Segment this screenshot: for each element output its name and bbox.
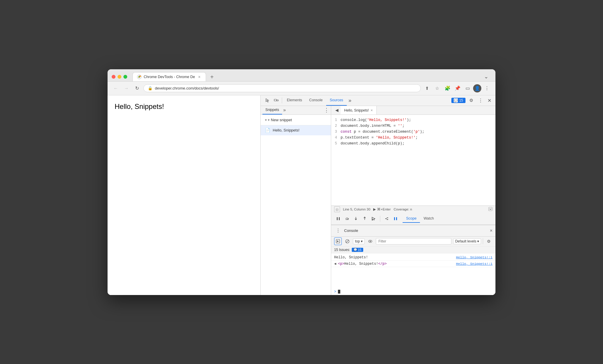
url-bar[interactable]: 🔒 developer.chrome.com/docs/devtools/: [143, 84, 421, 92]
pretty-print-button[interactable]: {}: [334, 206, 340, 212]
step-button[interactable]: [369, 215, 378, 223]
scope-tab[interactable]: Scope: [403, 215, 420, 223]
new-snippet-button[interactable]: + + New snippet: [261, 115, 331, 125]
settings-button[interactable]: ⚙: [467, 96, 475, 105]
coverage-dropdown-button[interactable]: [488, 207, 493, 212]
maximize-window-button[interactable]: [123, 75, 127, 79]
console-levels-selector[interactable]: Default levels ▾: [453, 238, 481, 244]
console-log-source-2[interactable]: Hello, Snippets!:1: [456, 262, 493, 266]
issues-badge[interactable]: 💬 15: [451, 98, 465, 103]
editor-tab-hello[interactable]: Hello, Snippets! ×: [341, 106, 377, 115]
line-code-2: document.body.innerHTML = '';: [341, 123, 405, 129]
console-settings-button[interactable]: ⚙: [485, 237, 493, 245]
svg-point-19: [370, 241, 371, 242]
code-line-4: 4 p.textContent = 'Hello, Snippets!';: [331, 135, 495, 141]
toolbar-separator: [483, 238, 483, 244]
run-snippet-button[interactable]: ▶ ⌘+Enter: [373, 207, 391, 211]
avatar-button[interactable]: 👤: [473, 84, 481, 92]
console-menu-button[interactable]: ⋮: [334, 227, 342, 235]
extensions-button[interactable]: 🧩: [443, 84, 452, 93]
console-close-button[interactable]: ×: [490, 228, 493, 233]
devtools-body: Snippets » ⋮ + + New snippet 📄 Hello, Sn…: [261, 106, 495, 295]
editor-back-button[interactable]: ◀: [333, 106, 341, 114]
console-log-source-1[interactable]: Hello, Snippets!:1: [456, 255, 493, 259]
browser-tab[interactable]: Chrome DevTools - Chrome De ×: [133, 72, 206, 81]
line-code-5: document.body.appendChild(p);: [341, 141, 405, 146]
editor-tab-close-button[interactable]: ×: [371, 108, 373, 112]
scope-watch-tabs: Scope Watch: [403, 215, 437, 223]
console-filter-input[interactable]: [376, 238, 451, 245]
back-button[interactable]: ←: [112, 84, 120, 92]
tab-close-button[interactable]: ×: [197, 75, 202, 79]
lock-icon: 🔒: [148, 86, 153, 90]
console-execute-button[interactable]: [334, 237, 342, 245]
tab-overflow-button[interactable]: ⌄: [481, 73, 491, 80]
snippet-item-hello[interactable]: 📄 Hello, Snippets!: [261, 125, 331, 135]
minimize-window-button[interactable]: [118, 75, 121, 79]
watch-tab[interactable]: Watch: [420, 215, 437, 223]
forward-button[interactable]: →: [122, 84, 130, 92]
coverage-label: Coverage: n: [394, 208, 412, 211]
snippets-panel: Snippets » ⋮ + + New snippet 📄 Hello, Sn…: [261, 106, 331, 295]
editor-status-bar: {} Line 5, Column 30 ▶ ⌘+Enter Coverage:…: [331, 205, 495, 213]
pause-icon: [336, 216, 341, 221]
console-area: ⋮ Console ×: [331, 225, 495, 295]
issues-badge-count: 15: [358, 248, 361, 252]
issues-count: 15: [459, 98, 463, 102]
sidebar-button[interactable]: ▭: [463, 84, 472, 93]
tab-console[interactable]: Console: [306, 95, 326, 106]
pause-resume-button[interactable]: [334, 215, 342, 223]
devtools-close-button[interactable]: ✕: [485, 97, 493, 104]
console-toolbar: top ▾ Default levels: [331, 237, 495, 247]
browser-menu-button[interactable]: ⋮: [483, 84, 491, 93]
pause-exceptions-icon: [393, 216, 398, 221]
debugger-separator: [380, 216, 380, 222]
expand-icon[interactable]: ◀: [334, 262, 336, 266]
deactivate-breakpoints-button[interactable]: [383, 215, 391, 223]
console-cursor[interactable]: [338, 290, 340, 294]
code-editor[interactable]: 1 console.log('Hello, Snippets!'); 2 doc…: [331, 115, 495, 205]
svg-line-17: [346, 240, 349, 243]
devtools-menu-button[interactable]: ⋮: [477, 97, 484, 104]
svg-rect-2: [274, 99, 277, 101]
pause-on-exceptions-button[interactable]: [391, 215, 400, 223]
device-toolbar-button[interactable]: [272, 96, 281, 105]
more-tabs-button[interactable]: »: [347, 97, 353, 104]
step-over-button[interactable]: [343, 215, 351, 223]
dropdown-icon: [488, 207, 493, 211]
step-into-icon: [354, 216, 358, 221]
console-context-selector[interactable]: top ▾: [353, 238, 365, 244]
new-tab-button[interactable]: +: [208, 73, 216, 81]
line-number-3: 3: [331, 129, 341, 135]
svg-rect-13: [394, 217, 395, 220]
tab-elements[interactable]: Elements: [283, 95, 306, 106]
clear-console-button[interactable]: [344, 237, 351, 245]
step-into-button[interactable]: [352, 215, 360, 223]
issues-icon: 💬: [454, 98, 458, 102]
devtools-right-actions: 💬 15 ⚙ ⋮ ✕: [451, 96, 493, 105]
inspect-element-button[interactable]: [263, 96, 272, 105]
code-line-1: 1 console.log('Hello, Snippets!');: [331, 117, 495, 123]
snippets-tab[interactable]: Snippets: [262, 106, 282, 114]
console-log-hello: Hello, Snippets! Hello, Snippets!:1: [331, 255, 495, 261]
line-code-1: console.log('Hello, Snippets!');: [341, 117, 411, 123]
run-shortcut: ⌘+Enter: [377, 207, 391, 211]
code-line-3: 3 const p = document.createElement('p');: [331, 129, 495, 135]
step-icon: [371, 216, 376, 221]
close-window-button[interactable]: [112, 75, 115, 79]
tab-sources[interactable]: Sources: [326, 95, 347, 106]
profile-button[interactable]: 📌: [453, 84, 462, 93]
chrome-icon: [137, 75, 142, 79]
console-eye-button[interactable]: [366, 237, 374, 245]
panel-more-button[interactable]: »: [282, 107, 287, 113]
url-text: developer.chrome.com/docs/devtools/: [155, 86, 416, 90]
browser-actions: 🧩 📌 ▭ 👤 ⋮: [443, 84, 491, 93]
console-log-text-1: Hello, Snippets!: [334, 255, 456, 259]
panel-menu-button[interactable]: ⋮: [324, 107, 329, 113]
share-button[interactable]: ⬆: [423, 85, 431, 92]
step-out-button[interactable]: [361, 215, 369, 223]
reload-button[interactable]: ↻: [133, 84, 141, 92]
block-icon: [345, 239, 349, 243]
bookmark-button[interactable]: ☆: [433, 85, 441, 92]
issues-count-badge[interactable]: 💬 15: [352, 248, 363, 252]
